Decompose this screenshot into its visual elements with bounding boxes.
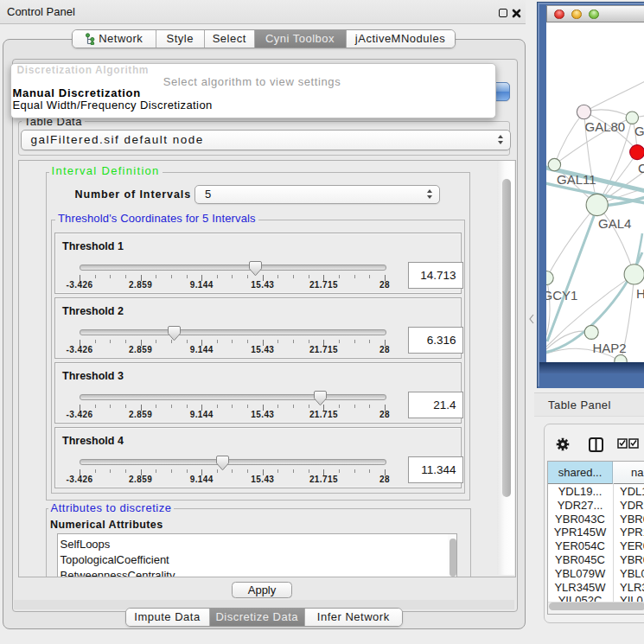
svg-text:CD: CD [638,161,644,175]
svg-text:GAL4: GAL4 [598,216,631,231]
svg-text:GAL80: GAL80 [585,119,626,134]
svg-text:GCY1: GCY1 [546,288,577,303]
svg-text:GA: GA [634,124,644,138]
svg-text:HIS4: HIS4 [636,286,644,301]
svg-text:GAL11: GAL11 [557,172,596,187]
svg-text:HAP2: HAP2 [593,341,627,355]
